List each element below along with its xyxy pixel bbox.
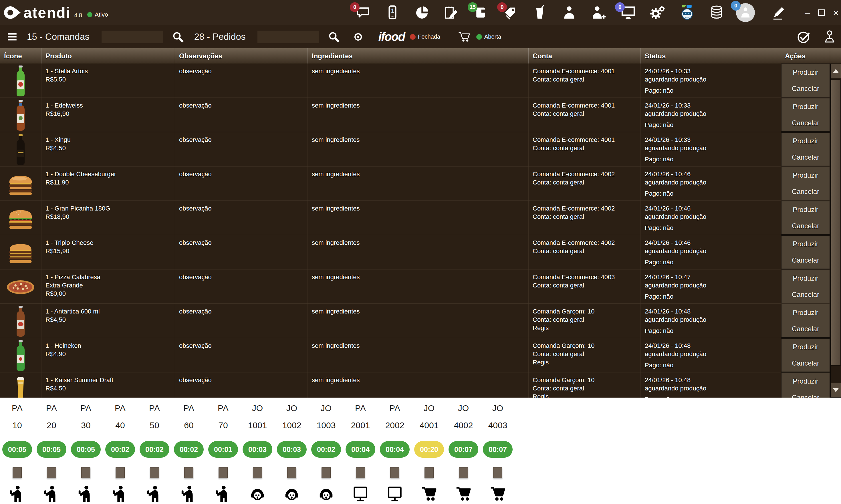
comanda-tile[interactable]: PA 2002 00:04 bbox=[378, 398, 412, 504]
comanda-tile[interactable]: JO 1001 00:03 bbox=[240, 398, 274, 504]
pedidos-search-icon[interactable] bbox=[327, 30, 340, 43]
cancel-button[interactable]: Cancelar bbox=[792, 153, 819, 161]
delivery-map-pin-icon[interactable] bbox=[822, 30, 837, 44]
scrollbar-thumb[interactable] bbox=[831, 79, 841, 365]
table-row[interactable]: 1 - Edelweiss R$16,90 observação sem ing… bbox=[0, 98, 830, 132]
table-row[interactable]: 1 - Xingu R$4,50 observação sem ingredie… bbox=[0, 132, 830, 166]
scrollbar-down-button[interactable] bbox=[831, 383, 841, 398]
table-row[interactable]: 1 - Triplo Cheese R$15,90 observação sem… bbox=[0, 235, 830, 269]
tile-checkbox[interactable] bbox=[322, 467, 331, 478]
comandas-search-icon[interactable] bbox=[171, 30, 184, 43]
table-row[interactable]: 1 - Gran Picanha 180G R$18,90 observação… bbox=[0, 201, 830, 235]
comanda-tile[interactable]: PA 20 00:05 bbox=[34, 398, 69, 504]
tile-checkbox[interactable] bbox=[493, 467, 502, 478]
chat-icon[interactable]: 0 bbox=[355, 4, 371, 21]
tile-checkbox[interactable] bbox=[150, 467, 159, 478]
table-row[interactable]: 1 - Double Cheeseburger R$11,90 observaç… bbox=[0, 166, 830, 201]
table-row[interactable]: 1 - Pizza Calabresa Extra Grande R$0,00 … bbox=[0, 269, 830, 304]
cancel-button[interactable]: Cancelar bbox=[792, 222, 819, 230]
conta-line: Conta: conta geral bbox=[533, 110, 637, 118]
comanda-tile[interactable]: JO 1003 00:02 bbox=[309, 398, 343, 504]
store-cart-icon[interactable] bbox=[458, 30, 471, 44]
add-customer-icon[interactable] bbox=[591, 4, 607, 21]
conta-line: Comanda E-commerce: 4001 bbox=[533, 67, 637, 75]
user-avatar[interactable]: 0 bbox=[736, 3, 755, 22]
menu-icon[interactable] bbox=[6, 31, 19, 43]
scrollbar-up-button[interactable] bbox=[831, 64, 841, 78]
comanda-tile[interactable]: PA 30 00:05 bbox=[69, 398, 103, 504]
table-row[interactable]: 1 - Heineken R$4,90 observação sem ingre… bbox=[0, 338, 830, 373]
comanda-tile[interactable]: PA 70 00:01 bbox=[206, 398, 240, 504]
maximize-button[interactable] bbox=[818, 10, 825, 16]
comandas-search-input[interactable] bbox=[102, 31, 163, 43]
comanda-tile[interactable]: JO 4002 00:07 bbox=[446, 398, 481, 504]
comanda-tile[interactable]: JO 1002 00:03 bbox=[274, 398, 309, 504]
produce-button[interactable]: Produzir bbox=[793, 274, 818, 282]
table-scrollbar[interactable] bbox=[830, 64, 841, 398]
cart-status-label: Aberta bbox=[484, 34, 501, 40]
produce-button[interactable]: Produzir bbox=[793, 309, 818, 317]
database-icon[interactable] bbox=[709, 4, 724, 21]
produce-button[interactable]: Produzir bbox=[793, 240, 818, 248]
tile-checkbox[interactable] bbox=[218, 467, 228, 478]
tile-checkbox[interactable] bbox=[253, 467, 262, 478]
cancel-button[interactable]: Cancelar bbox=[792, 359, 819, 367]
tile-checkbox[interactable] bbox=[356, 467, 365, 478]
comanda-tile[interactable]: PA 2001 00:04 bbox=[343, 398, 378, 504]
order-notepad-icon[interactable] bbox=[443, 4, 460, 21]
confirm-all-icon[interactable] bbox=[797, 30, 811, 44]
comanda-tile[interactable]: JO 4003 00:07 bbox=[481, 398, 515, 504]
table-row[interactable]: 1 - Antartica 600 ml R$4,50 observação s… bbox=[0, 304, 830, 338]
comandas-card-icon[interactable]: 15 bbox=[473, 4, 489, 21]
comanda-tile[interactable]: PA 50 00:02 bbox=[137, 398, 172, 504]
produce-button[interactable]: Produzir bbox=[793, 171, 818, 179]
observations: observação bbox=[179, 342, 304, 350]
reports-pie-icon[interactable] bbox=[414, 4, 430, 21]
tile-checkbox[interactable] bbox=[13, 467, 22, 478]
customer-icon[interactable] bbox=[561, 4, 577, 21]
produce-button[interactable]: Produzir bbox=[793, 343, 818, 351]
tile-checkbox[interactable] bbox=[47, 467, 56, 478]
price-tag-icon[interactable]: 0 bbox=[502, 4, 518, 21]
eye-visibility-icon[interactable] bbox=[352, 31, 364, 43]
close-button[interactable]: × bbox=[833, 8, 839, 17]
product-icon-cell bbox=[0, 235, 41, 269]
tile-code: JO bbox=[458, 404, 469, 412]
cancel-button[interactable]: Cancelar bbox=[792, 85, 819, 93]
cancel-button[interactable]: Cancelar bbox=[792, 325, 819, 333]
produce-button[interactable]: Produzir bbox=[793, 68, 818, 76]
ifood-logo[interactable]: ifood bbox=[378, 30, 405, 44]
tile-checkbox[interactable] bbox=[425, 467, 434, 478]
signature-pen-icon[interactable] bbox=[771, 4, 787, 21]
terminal-monitor-icon[interactable]: 0 bbox=[620, 4, 636, 21]
table-row[interactable]: 1 - Stella Artois R$5,50 observação sem … bbox=[0, 64, 830, 98]
cancel-button[interactable]: Cancelar bbox=[792, 291, 819, 299]
tile-checkbox[interactable] bbox=[115, 467, 125, 478]
settings-gear-icon[interactable] bbox=[650, 4, 666, 21]
cancel-button[interactable]: Cancelar bbox=[792, 394, 819, 398]
mobile-orders-icon[interactable]: 1 bbox=[384, 4, 400, 21]
chatbot-icon[interactable] bbox=[679, 4, 695, 21]
comanda-tile[interactable]: PA 40 00:02 bbox=[103, 398, 137, 504]
produce-button[interactable]: Produzir bbox=[793, 206, 818, 214]
pedidos-search-input[interactable] bbox=[257, 31, 319, 43]
product-icon-cell bbox=[0, 64, 41, 97]
cancel-button[interactable]: Cancelar bbox=[792, 256, 819, 264]
minimize-button[interactable]: – bbox=[805, 8, 810, 17]
produce-button[interactable]: Produzir bbox=[793, 377, 818, 385]
tile-checkbox[interactable] bbox=[81, 467, 90, 478]
produce-button[interactable]: Produzir bbox=[793, 103, 818, 111]
tile-checkbox[interactable] bbox=[459, 467, 468, 478]
tile-checkbox[interactable] bbox=[184, 467, 193, 478]
drink-icon[interactable] bbox=[532, 4, 548, 21]
produce-button[interactable]: Produzir bbox=[793, 137, 818, 145]
comanda-tile[interactable]: JO 4001 00:20 bbox=[412, 398, 446, 504]
cancel-button[interactable]: Cancelar bbox=[792, 119, 819, 127]
comanda-tile[interactable]: PA 60 00:02 bbox=[172, 398, 206, 504]
status-paid: Pago: não bbox=[645, 224, 777, 232]
tile-checkbox[interactable] bbox=[287, 467, 296, 478]
comanda-tile[interactable]: PA 10 00:05 bbox=[0, 398, 34, 504]
tile-checkbox[interactable] bbox=[390, 467, 399, 478]
cancel-button[interactable]: Cancelar bbox=[792, 187, 819, 196]
table-row[interactable]: 1 - Kaiser Summer Draft R$4,50 observaçã… bbox=[0, 373, 830, 398]
